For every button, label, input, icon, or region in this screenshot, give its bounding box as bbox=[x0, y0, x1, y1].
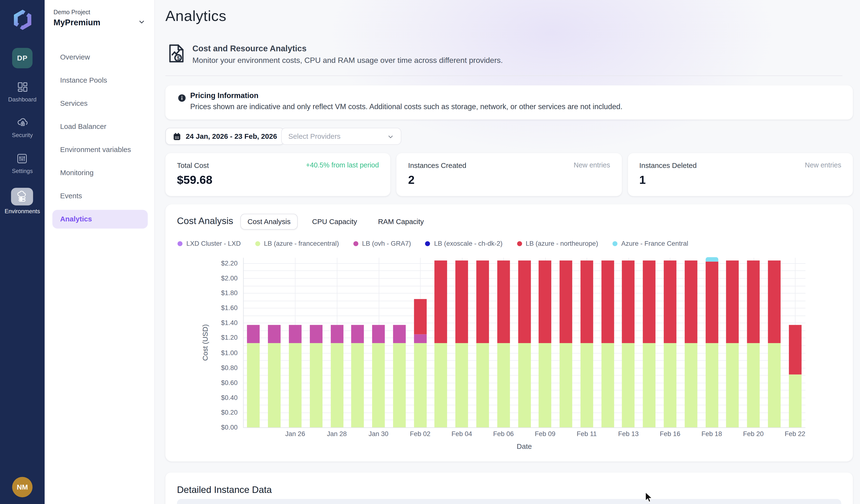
chevron-down-icon[interactable] bbox=[138, 18, 145, 26]
bar-segment[interactable] bbox=[580, 260, 593, 343]
bar-segment[interactable] bbox=[497, 343, 510, 427]
sidebar-item-monitoring[interactable]: Monitoring bbox=[52, 164, 147, 182]
legend-item[interactable]: LXD Cluster - LXD bbox=[177, 239, 241, 247]
bar-segment[interactable] bbox=[393, 343, 406, 427]
rail-item-label: Dashboard bbox=[8, 96, 37, 102]
bar-segment[interactable] bbox=[414, 299, 427, 334]
bar-segment[interactable] bbox=[330, 343, 343, 427]
tab-cpu-capacity[interactable]: CPU Capacity bbox=[305, 214, 363, 229]
bar-segment[interactable] bbox=[476, 260, 489, 343]
stat-label: Instances Created bbox=[408, 161, 466, 169]
bar-segment[interactable] bbox=[289, 343, 302, 427]
bar-segment[interactable] bbox=[518, 343, 531, 427]
bar-segment[interactable] bbox=[559, 260, 572, 343]
bar-segment[interactable] bbox=[747, 260, 760, 343]
y-tick-label: $1.80 bbox=[221, 289, 238, 297]
x-tick-label: Feb 22 bbox=[785, 430, 805, 438]
sidebar-item-events[interactable]: Events bbox=[52, 187, 147, 206]
project-name[interactable]: MyPremium bbox=[54, 18, 100, 27]
tab-cost-analysis[interactable]: Cost Analysis bbox=[241, 214, 298, 229]
legend-item[interactable]: Azure - France Central bbox=[612, 239, 688, 247]
bar-segment[interactable] bbox=[310, 343, 322, 427]
bar-segment[interactable] bbox=[622, 260, 635, 343]
project-nav: OverviewInstance PoolsServicesLoad Balan… bbox=[52, 48, 147, 228]
bar-segment[interactable] bbox=[705, 257, 718, 262]
sidebar-item-services[interactable]: Services bbox=[52, 94, 147, 113]
rail-item-settings[interactable]: Settings bbox=[12, 152, 33, 174]
bar-segment[interactable] bbox=[247, 325, 260, 343]
rail-item-label: Environments bbox=[4, 208, 40, 214]
sidebar-item-load-balancer[interactable]: Load Balancer bbox=[52, 117, 147, 136]
bar-segment[interactable] bbox=[789, 325, 801, 374]
bar-segment[interactable] bbox=[643, 260, 656, 343]
x-tick-label: Jan 26 bbox=[285, 430, 305, 438]
bar-segment[interactable] bbox=[539, 260, 551, 343]
stat-note: New entries bbox=[805, 161, 841, 169]
bar-segment[interactable] bbox=[559, 343, 572, 427]
bar-segment[interactable] bbox=[643, 343, 656, 427]
bar-segment[interactable] bbox=[310, 325, 322, 343]
bar-segment[interactable] bbox=[352, 325, 364, 343]
x-axis-label: Date bbox=[517, 442, 532, 450]
legend-item[interactable]: LB (ovh - GRA7) bbox=[353, 239, 411, 247]
bar-segment[interactable] bbox=[705, 343, 718, 427]
bar-segment[interactable] bbox=[580, 343, 593, 427]
legend-item[interactable]: LB (azure - francecentral) bbox=[255, 239, 339, 247]
bar-segment[interactable] bbox=[747, 343, 760, 427]
avatar[interactable]: DP bbox=[12, 48, 32, 69]
provider-select[interactable]: Select Providers bbox=[281, 128, 401, 145]
bar-segment[interactable] bbox=[768, 260, 781, 343]
tab-ram-capacity[interactable]: RAM Capacity bbox=[371, 214, 430, 229]
bar-segment[interactable] bbox=[685, 343, 697, 427]
bar-segment[interactable] bbox=[247, 343, 260, 427]
bar-segment[interactable] bbox=[664, 260, 676, 343]
bar-segment[interactable] bbox=[476, 343, 489, 427]
bar-segment[interactable] bbox=[539, 343, 551, 427]
bar-segment[interactable] bbox=[289, 325, 302, 343]
bar-segment[interactable] bbox=[434, 260, 447, 343]
sidebar-item-analytics[interactable]: Analytics bbox=[52, 210, 147, 228]
bar-segment[interactable] bbox=[705, 262, 718, 343]
bar-segment[interactable] bbox=[497, 260, 510, 343]
stacked-bar-chart: $0.00$0.20$0.40$0.60$0.80$1.00$1.20$1.40… bbox=[243, 258, 805, 427]
bar-segment[interactable] bbox=[372, 325, 385, 343]
bar-segment[interactable] bbox=[518, 260, 531, 343]
bar-segment[interactable] bbox=[414, 343, 427, 427]
legend-item[interactable]: LB (exoscale - ch-dk-2) bbox=[425, 239, 502, 247]
sidebar-item-instance-pools[interactable]: Instance Pools bbox=[52, 71, 147, 90]
sidebar-item-overview[interactable]: Overview bbox=[52, 48, 147, 67]
bar-segment[interactable] bbox=[726, 343, 739, 427]
bar-segment[interactable] bbox=[268, 343, 281, 427]
bar-segment[interactable] bbox=[456, 343, 468, 427]
y-tick-label: $2.20 bbox=[221, 259, 238, 267]
bar-segment[interactable] bbox=[601, 260, 614, 343]
date-range-button[interactable]: 24 Jan, 2026 - 23 Feb, 2026 bbox=[166, 128, 284, 145]
bar-segment[interactable] bbox=[352, 343, 364, 427]
bar-segment[interactable] bbox=[393, 325, 406, 343]
bar-segment[interactable] bbox=[622, 343, 635, 427]
project-label: Demo Project bbox=[54, 9, 90, 15]
x-tick-label: Feb 18 bbox=[701, 430, 722, 438]
app-logo-icon[interactable] bbox=[11, 8, 34, 31]
bar-segment[interactable] bbox=[372, 343, 385, 427]
rail-item-security[interactable]: Security bbox=[12, 116, 33, 138]
bar-segment[interactable] bbox=[330, 325, 343, 343]
bar-segment[interactable] bbox=[434, 343, 447, 427]
bar-segment[interactable] bbox=[726, 260, 739, 343]
y-tick-label: $2.00 bbox=[221, 274, 238, 282]
bar-segment[interactable] bbox=[601, 343, 614, 427]
sidebar-item-environment-variables[interactable]: Environment variables bbox=[52, 140, 147, 159]
section-title: Cost and Resource Analytics bbox=[192, 44, 306, 53]
bar-segment[interactable] bbox=[768, 343, 781, 427]
rail-item-dashboard[interactable]: Dashboard bbox=[8, 80, 37, 102]
bar-segment[interactable] bbox=[789, 374, 801, 427]
bar-segment[interactable] bbox=[664, 343, 676, 427]
bar-segment[interactable] bbox=[268, 325, 281, 343]
bar-segment[interactable] bbox=[414, 334, 427, 343]
bar-segment[interactable] bbox=[456, 260, 468, 343]
legend-item[interactable]: LB (azure - northeurope) bbox=[517, 239, 598, 247]
avatar[interactable]: NM bbox=[12, 477, 32, 498]
rail-item-environments[interactable]: Environments bbox=[4, 188, 40, 214]
stat-card-instances-deleted: Instances DeletedNew entries1 bbox=[628, 153, 853, 196]
bar-segment[interactable] bbox=[685, 260, 697, 343]
